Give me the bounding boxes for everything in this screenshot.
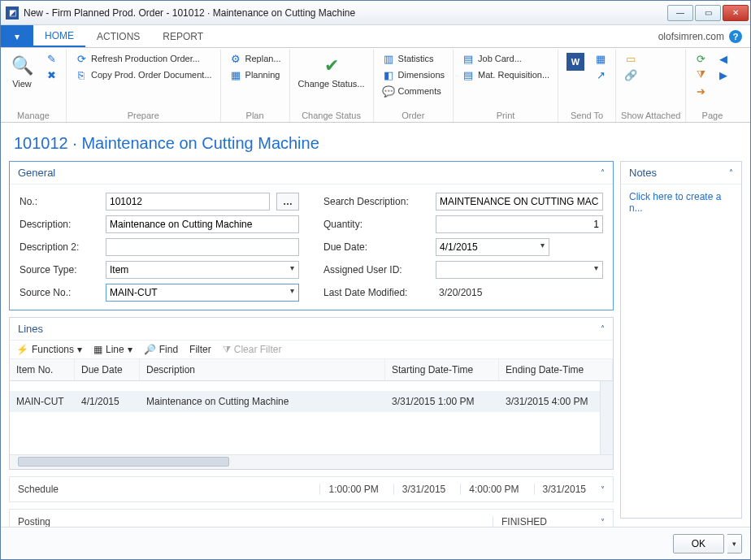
maximize-button[interactable]: ▭	[695, 5, 721, 21]
chevron-down-icon: ▾	[128, 344, 132, 355]
sendto-icon2[interactable]: ↗	[591, 67, 610, 82]
col-item-no[interactable]: Item No.	[10, 359, 75, 380]
page-title: 101012 · Maintenance on Cutting Machine	[1, 123, 750, 161]
sendto-icon1[interactable]: ▦	[591, 51, 610, 66]
search-desc-label: Search Description:	[323, 196, 429, 207]
assigned-user-field[interactable]	[436, 261, 603, 279]
source-type-field[interactable]	[106, 261, 299, 279]
description-field[interactable]	[106, 215, 299, 233]
menu-bar: ▾ HOME ACTIONS REPORT olofsimren.com ?	[1, 25, 750, 48]
page-prev[interactable]: ◀	[714, 51, 733, 66]
document-icon: ▤	[462, 68, 475, 81]
group-label-page: Page	[691, 109, 733, 122]
brand-area: olofsimren.com ?	[658, 25, 750, 47]
clear-filter-button[interactable]: ⧩Clear Filter	[223, 344, 282, 355]
help-icon[interactable]: ?	[729, 30, 742, 43]
col-due-date[interactable]: Due Date	[75, 359, 140, 380]
functions-label: Functions	[32, 344, 74, 355]
search-icon: 🔎	[144, 344, 156, 355]
scroll-thumb[interactable]	[18, 457, 229, 467]
horizontal-scrollbar[interactable]	[10, 454, 613, 469]
find-label: Find	[159, 344, 178, 355]
links-button[interactable]: 🔗	[621, 67, 640, 82]
view-button[interactable]: 🔍 View	[6, 51, 38, 109]
window-title: New - Firm Planned Prod. Order - 101012 …	[24, 7, 666, 19]
panel-notes-header[interactable]: Notes ˄	[621, 162, 741, 184]
schedule-start-date: 3/31/2015	[393, 484, 454, 495]
schedule-start-time: 1:00:00 PM	[319, 484, 386, 495]
replan-button[interactable]: ⚙Replan...	[226, 51, 284, 66]
note-icon: ▭	[624, 52, 637, 65]
word-button[interactable]: W	[563, 51, 588, 109]
group-label-plan: Plan	[226, 109, 284, 122]
schedule-summary[interactable]: Schedule 1:00:00 PM 3/31/2015 4:00:00 PM…	[9, 476, 614, 502]
tab-actions[interactable]: ACTIONS	[85, 25, 151, 47]
lightning-icon: ⚡	[16, 344, 28, 355]
table-row[interactable]: MAIN-CUT 4/1/2015 Maintenance on Cutting…	[10, 391, 613, 412]
statistics-button[interactable]: ▥Statistics	[379, 51, 448, 66]
due-date-field[interactable]	[436, 238, 549, 256]
source-no-field[interactable]	[106, 284, 299, 302]
line-menu[interactable]: ▦Line ▾	[93, 344, 132, 355]
page-goto[interactable]: ➔	[691, 84, 710, 98]
mat-req-button[interactable]: ▤Mat. Requisition...	[458, 67, 553, 82]
page-clear[interactable]: ⧩	[691, 67, 710, 82]
planning-button[interactable]: ▦Planning	[226, 67, 284, 82]
no-field[interactable]	[106, 193, 270, 211]
notes-button[interactable]: ▭	[621, 51, 640, 66]
group-label-attached: Show Attached	[621, 109, 680, 122]
dims-label: Dimensions	[398, 70, 445, 80]
description2-field[interactable]	[106, 238, 299, 256]
magnifier-icon: 🔍	[9, 53, 35, 79]
create-note-link[interactable]: Click here to create a n...	[621, 184, 741, 220]
col-end-datetime[interactable]: Ending Date-Time	[499, 359, 613, 380]
page-refresh[interactable]: ⟳	[691, 51, 710, 66]
edit-button[interactable]: ✎	[41, 51, 61, 66]
panel-general: General ˄ No.: … Description:	[9, 161, 614, 310]
group-label-order: Order	[379, 109, 448, 122]
posting-summary[interactable]: Posting FINISHED ˅	[9, 509, 614, 527]
panel-general-header[interactable]: General ˄	[10, 162, 613, 184]
quantity-field[interactable]	[436, 215, 603, 233]
prev-icon: ◀	[717, 52, 730, 65]
dimensions-button[interactable]: ◧Dimensions	[379, 67, 448, 82]
grid-icon: ▦	[93, 344, 102, 355]
lines-toolbar: ⚡Functions ▾ ▦Line ▾ 🔎Find Filter ⧩Clear…	[10, 341, 613, 359]
copy-doc-button[interactable]: ⎘Copy Prod. Order Document...	[72, 67, 215, 82]
search-description-field[interactable]	[436, 193, 603, 211]
expand-icon: ˅	[601, 518, 605, 527]
col-description[interactable]: Description	[140, 359, 385, 380]
filter-button[interactable]: Filter	[189, 344, 211, 355]
link-icon: 🔗	[624, 68, 637, 81]
minimize-button[interactable]: —	[667, 5, 693, 21]
arrow-right-icon: ➔	[694, 85, 707, 98]
ok-button[interactable]: OK	[673, 534, 724, 553]
tab-report[interactable]: REPORT	[151, 25, 215, 47]
find-button[interactable]: 🔎Find	[144, 344, 178, 355]
panel-lines-header[interactable]: Lines ˄	[10, 318, 613, 341]
file-menu[interactable]: ▾	[1, 25, 33, 47]
comments-button[interactable]: 💬Comments	[379, 84, 448, 98]
col-start-datetime[interactable]: Starting Date-Time	[385, 359, 499, 380]
page-next[interactable]: ▶	[714, 67, 733, 82]
user-label: Assigned User ID:	[323, 264, 429, 276]
refresh-icon: ⟳	[694, 52, 707, 65]
replan-icon: ⚙	[229, 52, 242, 65]
app-icon: ◩	[6, 7, 19, 20]
delete-button[interactable]: ✖	[41, 67, 61, 82]
no-lookup-button[interactable]: …	[276, 193, 299, 211]
ok-dropdown[interactable]: ▾	[727, 534, 742, 553]
job-card-button[interactable]: ▤Job Card...	[458, 51, 553, 66]
close-button[interactable]: ✕	[723, 5, 749, 21]
group-label-changestatus: Change Status	[295, 109, 368, 122]
change-status-button[interactable]: ✔ Change Status...	[295, 51, 368, 109]
tab-home[interactable]: HOME	[33, 25, 85, 47]
functions-menu[interactable]: ⚡Functions ▾	[16, 344, 82, 355]
schedule-label: Schedule	[18, 484, 313, 495]
collapse-icon: ˄	[601, 168, 605, 177]
panel-notes: Notes ˄ Click here to create a n...	[620, 161, 742, 519]
planning-label: Planning	[245, 70, 280, 80]
ribbon-group-plan: ⚙Replan... ▦Planning Plan	[221, 50, 290, 122]
vertical-scrollbar[interactable]	[600, 381, 613, 454]
refresh-order-button[interactable]: ⟳Refresh Production Order...	[72, 51, 215, 66]
